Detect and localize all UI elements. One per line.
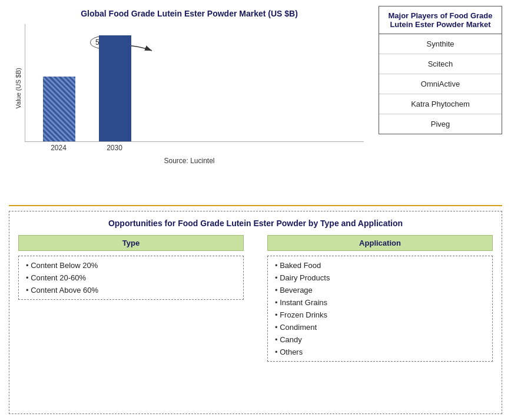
app-item-7: Others [275,348,485,356]
type-item-0: Content Below 20% [26,261,236,270]
type-column: Type Content Below 20% Content 20-60% Co… [18,235,244,362]
application-column: Application Baked Food Dairy Products Be… [267,235,493,362]
bar-2024 [43,77,75,141]
x-axis-labels: 2024 2030 [25,142,364,152]
app-item-1: Dairy Products [275,273,485,282]
chart-area: Global Food Grade Lutein Ester Powder Ma… [9,6,370,200]
bar-group-2030 [99,35,131,141]
columns-container: Type Content Below 20% Content 20-60% Co… [18,235,493,362]
players-box: Major Players of Food Grade Lutein Ester… [379,6,502,134]
gold-divider [9,205,502,206]
app-item-6: Candy [275,335,485,344]
players-title: Major Players of Food Grade Lutein Ester… [379,6,502,34]
chart-title: Global Food Grade Lutein Ester Powder Ma… [81,9,298,18]
player-item-4: Piveg [379,114,502,134]
bottom-title: Opportunities for Food Grade Lutein Este… [18,219,493,228]
source-text: Source: Lucintel [164,157,214,165]
type-item-1: Content 20-60% [26,273,236,282]
app-item-0: Baked Food [275,261,485,270]
application-column-list: Baked Food Dairy Products Beverage Insta… [267,256,493,362]
chart-plot: 5.7% [25,24,364,152]
bar-year-2024: 2024 [42,144,75,152]
player-item-3: Katra Phytochem [379,94,502,114]
app-item-4: Frozen Drinks [275,310,485,319]
top-section: Global Food Grade Lutein Ester Powder Ma… [9,6,502,200]
bottom-section: Opportunities for Food Grade Lutein Este… [9,211,502,414]
player-item-1: Scitech [379,54,502,74]
y-axis-label: Value (US $B) [15,68,22,109]
main-container: Global Food Grade Lutein Ester Powder Ma… [0,0,511,420]
app-item-2: Beverage [275,286,485,295]
player-item-2: OmniActive [379,74,502,94]
bars-container: 5.7% [25,24,364,142]
app-item-3: Instant Grains [275,298,485,307]
type-item-2: Content Above 60% [26,286,236,295]
player-item-0: Synthite [379,34,502,54]
app-item-5: Condiment [275,323,485,332]
bar-2030 [99,35,131,141]
bar-year-2030: 2030 [98,144,131,152]
type-column-header: Type [18,235,244,251]
application-column-header: Application [267,235,493,251]
type-column-list: Content Below 20% Content 20-60% Content… [18,256,244,300]
bar-group-2024 [43,77,75,141]
chart-wrapper: Value (US $B) 5.7% [15,24,364,152]
